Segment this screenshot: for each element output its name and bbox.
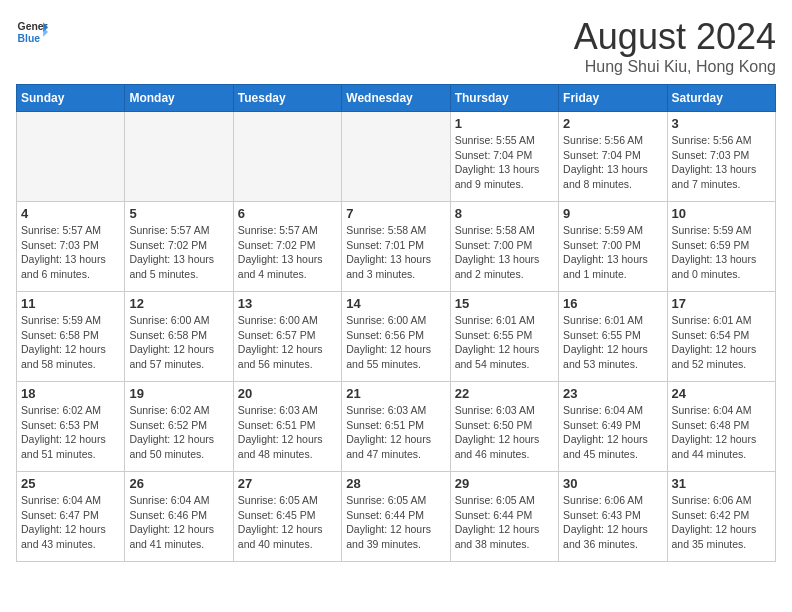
day-info: Sunrise: 5:58 AMSunset: 7:00 PMDaylight:… [455, 223, 554, 282]
day-info: Sunrise: 6:03 AMSunset: 6:50 PMDaylight:… [455, 403, 554, 462]
day-number: 31 [672, 476, 771, 491]
day-info: Sunrise: 6:04 AMSunset: 6:46 PMDaylight:… [129, 493, 228, 552]
calendar-week-row: 18Sunrise: 6:02 AMSunset: 6:53 PMDayligh… [17, 382, 776, 472]
day-number: 20 [238, 386, 337, 401]
calendar-cell: 30Sunrise: 6:06 AMSunset: 6:43 PMDayligh… [559, 472, 667, 562]
calendar-table: SundayMondayTuesdayWednesdayThursdayFrid… [16, 84, 776, 562]
calendar-cell: 16Sunrise: 6:01 AMSunset: 6:55 PMDayligh… [559, 292, 667, 382]
day-info: Sunrise: 6:06 AMSunset: 6:43 PMDaylight:… [563, 493, 662, 552]
calendar-header-friday: Friday [559, 85, 667, 112]
calendar-cell: 17Sunrise: 6:01 AMSunset: 6:54 PMDayligh… [667, 292, 775, 382]
day-number: 9 [563, 206, 662, 221]
location: Hung Shui Kiu, Hong Kong [574, 58, 776, 76]
calendar-header-tuesday: Tuesday [233, 85, 341, 112]
calendar-cell: 20Sunrise: 6:03 AMSunset: 6:51 PMDayligh… [233, 382, 341, 472]
calendar-header-monday: Monday [125, 85, 233, 112]
day-info: Sunrise: 5:56 AMSunset: 7:04 PMDaylight:… [563, 133, 662, 192]
day-info: Sunrise: 6:00 AMSunset: 6:56 PMDaylight:… [346, 313, 445, 372]
calendar-cell: 26Sunrise: 6:04 AMSunset: 6:46 PMDayligh… [125, 472, 233, 562]
day-info: Sunrise: 6:04 AMSunset: 6:48 PMDaylight:… [672, 403, 771, 462]
day-info: Sunrise: 6:01 AMSunset: 6:55 PMDaylight:… [455, 313, 554, 372]
day-number: 25 [21, 476, 120, 491]
day-info: Sunrise: 5:58 AMSunset: 7:01 PMDaylight:… [346, 223, 445, 282]
calendar-cell: 24Sunrise: 6:04 AMSunset: 6:48 PMDayligh… [667, 382, 775, 472]
day-info: Sunrise: 5:57 AMSunset: 7:02 PMDaylight:… [238, 223, 337, 282]
calendar-week-row: 11Sunrise: 5:59 AMSunset: 6:58 PMDayligh… [17, 292, 776, 382]
calendar-cell: 12Sunrise: 6:00 AMSunset: 6:58 PMDayligh… [125, 292, 233, 382]
calendar-cell: 21Sunrise: 6:03 AMSunset: 6:51 PMDayligh… [342, 382, 450, 472]
day-number: 18 [21, 386, 120, 401]
calendar-header-saturday: Saturday [667, 85, 775, 112]
day-number: 14 [346, 296, 445, 311]
day-info: Sunrise: 6:03 AMSunset: 6:51 PMDaylight:… [238, 403, 337, 462]
calendar-cell: 25Sunrise: 6:04 AMSunset: 6:47 PMDayligh… [17, 472, 125, 562]
day-number: 11 [21, 296, 120, 311]
calendar-cell: 19Sunrise: 6:02 AMSunset: 6:52 PMDayligh… [125, 382, 233, 472]
calendar-cell: 2Sunrise: 5:56 AMSunset: 7:04 PMDaylight… [559, 112, 667, 202]
day-info: Sunrise: 5:57 AMSunset: 7:02 PMDaylight:… [129, 223, 228, 282]
calendar-cell: 27Sunrise: 6:05 AMSunset: 6:45 PMDayligh… [233, 472, 341, 562]
calendar-cell: 7Sunrise: 5:58 AMSunset: 7:01 PMDaylight… [342, 202, 450, 292]
calendar-cell: 6Sunrise: 5:57 AMSunset: 7:02 PMDaylight… [233, 202, 341, 292]
calendar-header-wednesday: Wednesday [342, 85, 450, 112]
day-number: 17 [672, 296, 771, 311]
calendar-header-sunday: Sunday [17, 85, 125, 112]
calendar-cell: 28Sunrise: 6:05 AMSunset: 6:44 PMDayligh… [342, 472, 450, 562]
day-number: 7 [346, 206, 445, 221]
calendar-cell: 8Sunrise: 5:58 AMSunset: 7:00 PMDaylight… [450, 202, 558, 292]
calendar-cell: 1Sunrise: 5:55 AMSunset: 7:04 PMDaylight… [450, 112, 558, 202]
calendar-cell: 9Sunrise: 5:59 AMSunset: 7:00 PMDaylight… [559, 202, 667, 292]
calendar-header-row: SundayMondayTuesdayWednesdayThursdayFrid… [17, 85, 776, 112]
day-info: Sunrise: 6:00 AMSunset: 6:58 PMDaylight:… [129, 313, 228, 372]
svg-text:Blue: Blue [18, 33, 41, 44]
day-number: 8 [455, 206, 554, 221]
day-number: 21 [346, 386, 445, 401]
calendar-cell: 10Sunrise: 5:59 AMSunset: 6:59 PMDayligh… [667, 202, 775, 292]
calendar-week-row: 4Sunrise: 5:57 AMSunset: 7:03 PMDaylight… [17, 202, 776, 292]
day-number: 26 [129, 476, 228, 491]
day-info: Sunrise: 6:04 AMSunset: 6:49 PMDaylight:… [563, 403, 662, 462]
day-info: Sunrise: 6:01 AMSunset: 6:54 PMDaylight:… [672, 313, 771, 372]
day-number: 28 [346, 476, 445, 491]
day-info: Sunrise: 6:05 AMSunset: 6:44 PMDaylight:… [346, 493, 445, 552]
day-info: Sunrise: 6:02 AMSunset: 6:53 PMDaylight:… [21, 403, 120, 462]
day-number: 6 [238, 206, 337, 221]
day-info: Sunrise: 6:03 AMSunset: 6:51 PMDaylight:… [346, 403, 445, 462]
calendar-cell: 31Sunrise: 6:06 AMSunset: 6:42 PMDayligh… [667, 472, 775, 562]
month-title: August 2024 [574, 16, 776, 58]
calendar-cell: 15Sunrise: 6:01 AMSunset: 6:55 PMDayligh… [450, 292, 558, 382]
day-info: Sunrise: 5:57 AMSunset: 7:03 PMDaylight:… [21, 223, 120, 282]
day-info: Sunrise: 6:05 AMSunset: 6:44 PMDaylight:… [455, 493, 554, 552]
day-number: 29 [455, 476, 554, 491]
day-number: 22 [455, 386, 554, 401]
day-number: 1 [455, 116, 554, 131]
day-number: 19 [129, 386, 228, 401]
day-number: 16 [563, 296, 662, 311]
day-info: Sunrise: 5:59 AMSunset: 6:58 PMDaylight:… [21, 313, 120, 372]
day-info: Sunrise: 6:05 AMSunset: 6:45 PMDaylight:… [238, 493, 337, 552]
calendar-week-row: 25Sunrise: 6:04 AMSunset: 6:47 PMDayligh… [17, 472, 776, 562]
day-number: 15 [455, 296, 554, 311]
day-info: Sunrise: 5:56 AMSunset: 7:03 PMDaylight:… [672, 133, 771, 192]
day-number: 12 [129, 296, 228, 311]
calendar-cell: 18Sunrise: 6:02 AMSunset: 6:53 PMDayligh… [17, 382, 125, 472]
day-info: Sunrise: 6:06 AMSunset: 6:42 PMDaylight:… [672, 493, 771, 552]
logo-icon: General Blue [16, 16, 48, 48]
day-number: 24 [672, 386, 771, 401]
calendar-week-row: 1Sunrise: 5:55 AMSunset: 7:04 PMDaylight… [17, 112, 776, 202]
day-info: Sunrise: 6:04 AMSunset: 6:47 PMDaylight:… [21, 493, 120, 552]
calendar-cell: 3Sunrise: 5:56 AMSunset: 7:03 PMDaylight… [667, 112, 775, 202]
logo: General Blue [16, 16, 48, 48]
day-number: 3 [672, 116, 771, 131]
day-number: 13 [238, 296, 337, 311]
day-info: Sunrise: 5:55 AMSunset: 7:04 PMDaylight:… [455, 133, 554, 192]
day-number: 30 [563, 476, 662, 491]
day-info: Sunrise: 5:59 AMSunset: 7:00 PMDaylight:… [563, 223, 662, 282]
calendar-cell: 11Sunrise: 5:59 AMSunset: 6:58 PMDayligh… [17, 292, 125, 382]
calendar-cell [125, 112, 233, 202]
day-info: Sunrise: 6:00 AMSunset: 6:57 PMDaylight:… [238, 313, 337, 372]
calendar-cell: 23Sunrise: 6:04 AMSunset: 6:49 PMDayligh… [559, 382, 667, 472]
calendar-cell: 29Sunrise: 6:05 AMSunset: 6:44 PMDayligh… [450, 472, 558, 562]
calendar-cell: 4Sunrise: 5:57 AMSunset: 7:03 PMDaylight… [17, 202, 125, 292]
day-number: 27 [238, 476, 337, 491]
